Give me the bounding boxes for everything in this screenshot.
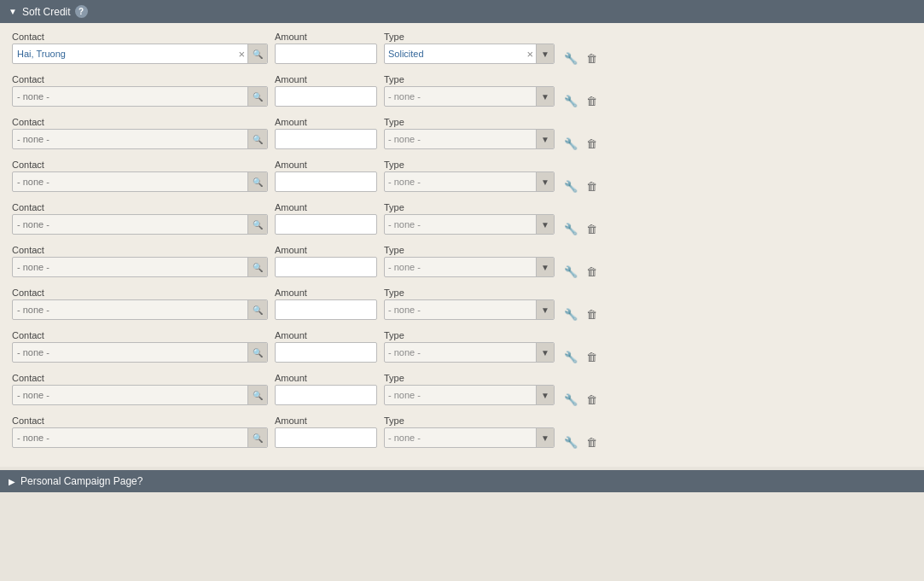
contact-label-5: Contact — [12, 245, 268, 255]
contact-search-btn-9[interactable]: 🔍 — [247, 428, 267, 447]
amount-input-8[interactable] — [275, 385, 377, 405]
amount-label-8: Amount — [275, 373, 377, 383]
personal-campaign-section: ▶ Personal Campaign Page ? — [0, 470, 924, 492]
amount-input-9[interactable] — [275, 427, 377, 448]
trash-btn-8[interactable]: 🗑 — [584, 392, 600, 407]
type-select-4[interactable]: - none -Solicited — [385, 215, 536, 234]
type-label-7: Type — [384, 330, 555, 340]
type-dropdown-btn-5[interactable]: ▼ — [536, 258, 554, 276]
amount-group-5: Amount — [275, 245, 377, 277]
soft-credit-row: Contact🔍AmountType- none -Solicited▼🔧🗑 — [12, 202, 912, 238]
type-dropdown-btn-7[interactable]: ▼ — [536, 343, 554, 362]
type-select-8[interactable]: - none -Solicited — [385, 386, 536, 404]
contact-search-btn-3[interactable]: 🔍 — [247, 172, 267, 191]
contact-search-btn-7[interactable]: 🔍 — [247, 343, 267, 362]
contact-group-4: Contact🔍 — [12, 202, 268, 235]
trash-btn-6[interactable]: 🗑 — [584, 307, 600, 322]
contact-input-8[interactable] — [13, 388, 247, 402]
contact-none-5: 🔍 — [12, 257, 268, 277]
amount-group-6: Amount — [275, 288, 377, 320]
trash-btn-7[interactable]: 🗑 — [584, 350, 600, 364]
type-select-3[interactable]: - none -Solicited — [385, 172, 536, 191]
type-group-3: Type- none -Solicited▼ — [384, 160, 555, 192]
wrench-btn-0[interactable]: 🔧 — [561, 51, 580, 66]
contact-search-btn-4[interactable]: 🔍 — [247, 215, 267, 234]
trash-btn-0[interactable]: 🗑 — [584, 51, 600, 66]
trash-btn-2[interactable]: 🗑 — [584, 137, 600, 151]
soft-credit-help-icon[interactable]: ? — [75, 5, 88, 18]
type-dropdown-btn-0[interactable]: ▼ — [536, 44, 554, 63]
wrench-btn-2[interactable]: 🔧 — [561, 137, 580, 151]
type-select-7[interactable]: - none -Solicited — [385, 343, 536, 362]
type-clear-btn-0[interactable]: × — [525, 49, 537, 60]
contact-input-5[interactable] — [13, 260, 247, 274]
contact-label-6: Contact — [12, 288, 268, 298]
amount-input-1[interactable] — [275, 86, 377, 107]
amount-input-3[interactable] — [275, 171, 377, 192]
amount-input-5[interactable] — [275, 257, 377, 277]
type-select-6[interactable]: - none -Solicited — [385, 300, 536, 319]
type-select-wrapper-4: - none -Solicited▼ — [384, 214, 555, 235]
wrench-btn-7[interactable]: 🔧 — [561, 350, 580, 364]
contact-input-2[interactable] — [13, 132, 247, 146]
contact-input-3[interactable] — [13, 175, 247, 189]
amount-input-6[interactable] — [275, 299, 377, 320]
type-label-0: Type — [384, 32, 555, 42]
contact-search-btn-5[interactable]: 🔍 — [247, 258, 267, 276]
type-dropdown-btn-1[interactable]: ▼ — [536, 87, 554, 106]
amount-label-6: Amount — [275, 288, 377, 298]
wrench-btn-9[interactable]: 🔧 — [561, 435, 580, 450]
contact-label-7: Contact — [12, 330, 268, 340]
wrench-btn-6[interactable]: 🔧 — [561, 307, 580, 322]
type-group-4: Type- none -Solicited▼ — [384, 202, 555, 235]
contact-input-1[interactable] — [13, 90, 247, 103]
type-select-5[interactable]: - none -Solicited — [385, 258, 536, 276]
type-dropdown-btn-9[interactable]: ▼ — [536, 428, 554, 447]
trash-btn-9[interactable]: 🗑 — [584, 435, 600, 450]
type-label-9: Type — [384, 415, 555, 426]
contact-search-btn-8[interactable]: 🔍 — [247, 386, 267, 404]
amount-input-7[interactable] — [275, 342, 377, 363]
contact-input-9[interactable] — [13, 431, 247, 444]
amount-input-0[interactable] — [275, 44, 377, 64]
wrench-btn-4[interactable]: 🔧 — [561, 222, 580, 236]
type-select-9[interactable]: - none -Solicited — [385, 428, 536, 447]
type-dropdown-btn-2[interactable]: ▼ — [536, 130, 554, 148]
type-select-0[interactable]: - none -Solicited — [385, 44, 525, 63]
amount-label-0: Amount — [275, 32, 377, 42]
wrench-btn-8[interactable]: 🔧 — [561, 392, 580, 407]
contact-input-6[interactable] — [13, 303, 247, 317]
row-actions-9: 🔧🗑 — [561, 415, 600, 451]
contact-input-7[interactable] — [13, 346, 247, 359]
contact-search-btn-2[interactable]: 🔍 — [247, 130, 267, 148]
contact-search-btn-0[interactable]: 🔍 — [247, 44, 267, 63]
amount-input-4[interactable] — [275, 214, 377, 235]
amount-input-2[interactable] — [275, 129, 377, 149]
contact-none-2: 🔍 — [12, 129, 268, 149]
contact-input-0[interactable] — [13, 47, 235, 61]
wrench-btn-3[interactable]: 🔧 — [561, 179, 580, 194]
type-dropdown-btn-3[interactable]: ▼ — [536, 172, 554, 191]
contact-clear-btn-0[interactable]: × — [235, 49, 247, 60]
row-actions-4: 🔧🗑 — [561, 202, 600, 238]
type-group-7: Type- none -Solicited▼ — [384, 330, 555, 363]
wrench-btn-1[interactable]: 🔧 — [561, 94, 580, 108]
trash-btn-5[interactable]: 🗑 — [584, 264, 600, 279]
contact-input-4[interactable] — [13, 218, 247, 231]
trash-btn-1[interactable]: 🗑 — [584, 94, 600, 108]
amount-group-3: Amount — [275, 160, 377, 192]
contact-none-3: 🔍 — [12, 171, 268, 192]
trash-btn-4[interactable]: 🗑 — [584, 222, 600, 236]
personal-campaign-help-icon[interactable]: ? — [137, 475, 143, 487]
personal-campaign-header[interactable]: ▶ Personal Campaign Page ? — [0, 470, 924, 492]
type-select-1[interactable]: - none -Solicited — [385, 87, 536, 106]
contact-search-btn-6[interactable]: 🔍 — [247, 300, 267, 319]
soft-credit-header[interactable]: ▼ Soft Credit ? — [0, 0, 924, 23]
type-dropdown-btn-4[interactable]: ▼ — [536, 215, 554, 234]
wrench-btn-5[interactable]: 🔧 — [561, 264, 580, 279]
type-dropdown-btn-6[interactable]: ▼ — [536, 300, 554, 319]
type-select-2[interactable]: - none -Solicited — [385, 130, 536, 148]
type-dropdown-btn-8[interactable]: ▼ — [536, 386, 554, 404]
contact-search-btn-1[interactable]: 🔍 — [247, 87, 267, 106]
trash-btn-3[interactable]: 🗑 — [584, 179, 600, 194]
